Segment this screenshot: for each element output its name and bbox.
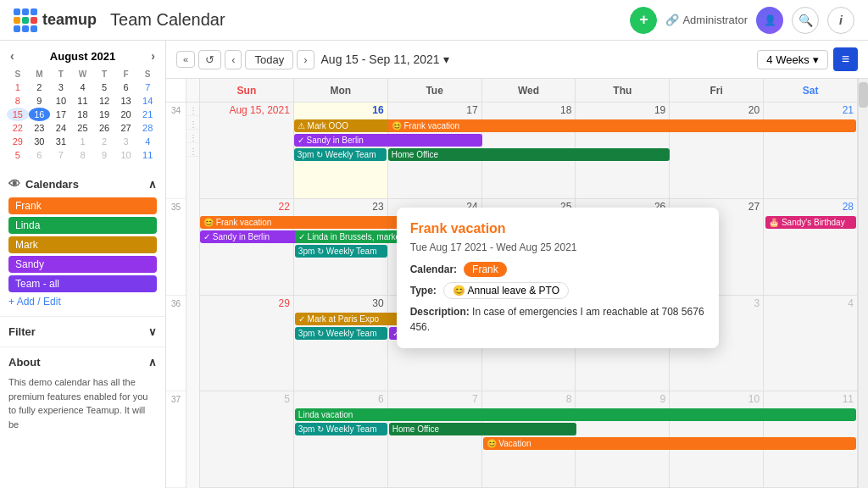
mini-cal-prev[interactable]: ‹: [7, 47, 18, 64]
mini-cal-next[interactable]: ›: [147, 47, 159, 64]
mini-day[interactable]: 10: [50, 94, 72, 108]
event-frank-vacation-w34[interactable]: 😊 Frank vacation: [388, 119, 856, 132]
mini-day[interactable]: 15: [7, 108, 29, 121]
event-vacation-w37[interactable]: 😊 Vacation: [483, 437, 856, 450]
event-sandy-berlin-w34[interactable]: ✓ Sandy in Berlin: [294, 134, 482, 147]
mini-day[interactable]: 22: [7, 121, 29, 135]
mini-day[interactable]: 24: [50, 121, 72, 135]
mini-day[interactable]: 29: [7, 135, 29, 148]
day-cell-aug20[interactable]: 20: [670, 103, 764, 198]
mini-day[interactable]: 7: [136, 80, 159, 94]
event-weekly-team-w36[interactable]: 3pm ↻ Weekly Team: [295, 327, 387, 340]
event-weekly-team-w35[interactable]: 3pm ↻ Weekly Team: [295, 245, 387, 258]
day-cell-sep4[interactable]: 4: [764, 296, 858, 391]
mini-day[interactable]: 3: [50, 80, 72, 94]
about-collapse-icon[interactable]: ∧: [148, 356, 157, 369]
mini-day[interactable]: 9: [93, 148, 115, 162]
mini-day[interactable]: 11: [72, 94, 94, 108]
row-expand-2[interactable]: ⋮: [189, 119, 198, 129]
mini-day[interactable]: 30: [29, 135, 51, 148]
view-dropdown-button[interactable]: 4 Weeks ▾: [757, 50, 827, 69]
mini-day[interactable]: 10: [115, 148, 137, 162]
mini-day[interactable]: 5: [93, 80, 115, 94]
about-section: About ∧ This demo calendar has all the p…: [0, 347, 165, 440]
mini-day[interactable]: 31: [50, 135, 72, 148]
mini-day[interactable]: 28: [136, 121, 159, 135]
mini-day[interactable]: 20: [115, 108, 137, 121]
day-cell-sep7[interactable]: 7: [388, 391, 482, 487]
mini-day[interactable]: 1: [7, 80, 29, 94]
day-cell-aug28[interactable]: 28: [764, 199, 858, 295]
calendar-item-frank[interactable]: Frank: [8, 197, 157, 214]
mini-day[interactable]: 11: [136, 148, 159, 162]
calendars-collapse-icon[interactable]: ∧: [148, 178, 157, 191]
day-cell-aug30[interactable]: 30: [294, 296, 388, 391]
main-menu-button[interactable]: ≡: [833, 47, 858, 71]
mini-day[interactable]: 25: [72, 121, 94, 135]
add-edit-calendars[interactable]: + Add / Edit: [8, 292, 157, 311]
dow-tue: T: [50, 68, 72, 80]
event-linda-vacation[interactable]: Linda vacation: [295, 408, 856, 421]
visibility-icon[interactable]: 👁: [8, 177, 20, 191]
day-cell-aug22[interactable]: 22: [200, 199, 294, 295]
row-expand-4[interactable]: ⋮: [189, 147, 198, 156]
event-weekly-team-w37[interactable]: 3pm ↻ Weekly Team: [295, 423, 387, 435]
mini-day[interactable]: 9: [29, 94, 51, 108]
admin-link[interactable]: 🔗 Administrator: [665, 14, 748, 26]
calendars-header[interactable]: 👁 Calendars ∧: [8, 174, 157, 194]
mini-day[interactable]: 6: [115, 80, 137, 94]
next-button[interactable]: ›: [297, 50, 314, 69]
day-cell-sep5[interactable]: 5: [200, 391, 294, 487]
mini-day[interactable]: 7: [50, 148, 72, 162]
about-header[interactable]: About ∧: [8, 352, 157, 372]
add-event-button[interactable]: +: [630, 7, 657, 34]
event-sandys-birthday[interactable]: 🎂 Sandy's Birthday: [765, 216, 856, 229]
row-expand-3[interactable]: ⋮: [189, 133, 198, 142]
calendar-item-mark[interactable]: Mark: [8, 236, 157, 253]
scrollbar[interactable]: [858, 79, 868, 488]
page-title: Team Calendar: [110, 10, 616, 30]
mini-day[interactable]: 5: [7, 148, 29, 162]
mini-day[interactable]: 21: [136, 108, 159, 121]
prev-button[interactable]: ‹: [225, 50, 242, 69]
date-range-display[interactable]: Aug 15 - Sep 11, 2021 ▾: [321, 53, 449, 66]
mini-day[interactable]: 2: [93, 135, 115, 148]
refresh-button[interactable]: ↺: [198, 50, 221, 69]
calendar-item-team-all[interactable]: Team - all: [8, 275, 157, 292]
mini-day[interactable]: 17: [50, 108, 72, 121]
calendar-item-sandy[interactable]: Sandy: [8, 256, 157, 273]
mini-day[interactable]: 8: [72, 148, 94, 162]
mini-day[interactable]: 27: [115, 121, 137, 135]
event-home-office-w37[interactable]: Home Office: [389, 423, 577, 435]
double-prev-button[interactable]: «: [176, 51, 195, 68]
mini-day[interactable]: 2: [29, 80, 51, 94]
mini-day[interactable]: 1: [72, 135, 94, 148]
filter-header[interactable]: Filter ∨: [8, 322, 157, 341]
mini-day[interactable]: 3: [115, 135, 137, 148]
mini-day[interactable]: 18: [72, 108, 94, 121]
calendar-item-linda[interactable]: Linda: [8, 217, 157, 234]
mini-day[interactable]: 6: [29, 148, 51, 162]
event-weekly-team-w34[interactable]: 3pm ↻ Weekly Team: [294, 148, 387, 161]
day-cell-aug15[interactable]: Aug 15, 2021: [200, 103, 294, 198]
avatar[interactable]: 👤: [756, 7, 783, 34]
info-button[interactable]: i: [827, 7, 854, 34]
mini-day[interactable]: 23: [29, 121, 51, 135]
mini-day[interactable]: 19: [93, 108, 115, 121]
day-cell-sep6[interactable]: 6: [294, 391, 388, 487]
mini-day[interactable]: 4: [136, 135, 159, 148]
event-home-office-w34[interactable]: Home Office: [388, 148, 670, 161]
day-cell-aug29[interactable]: 29: [200, 296, 294, 391]
mini-day[interactable]: 14: [136, 94, 159, 108]
today-button[interactable]: Today: [245, 50, 293, 69]
search-button[interactable]: 🔍: [792, 7, 819, 34]
mini-day-today[interactable]: 16: [29, 108, 51, 121]
mini-day[interactable]: 12: [93, 94, 115, 108]
mini-day[interactable]: 8: [7, 94, 29, 108]
filter-collapse-icon[interactable]: ∨: [148, 325, 157, 338]
row-expand-1[interactable]: ⋮: [189, 106, 198, 115]
day-cell-aug21[interactable]: 21: [764, 103, 858, 198]
mini-day[interactable]: 4: [72, 80, 94, 94]
mini-day[interactable]: 13: [115, 94, 137, 108]
mini-day[interactable]: 26: [93, 121, 115, 135]
